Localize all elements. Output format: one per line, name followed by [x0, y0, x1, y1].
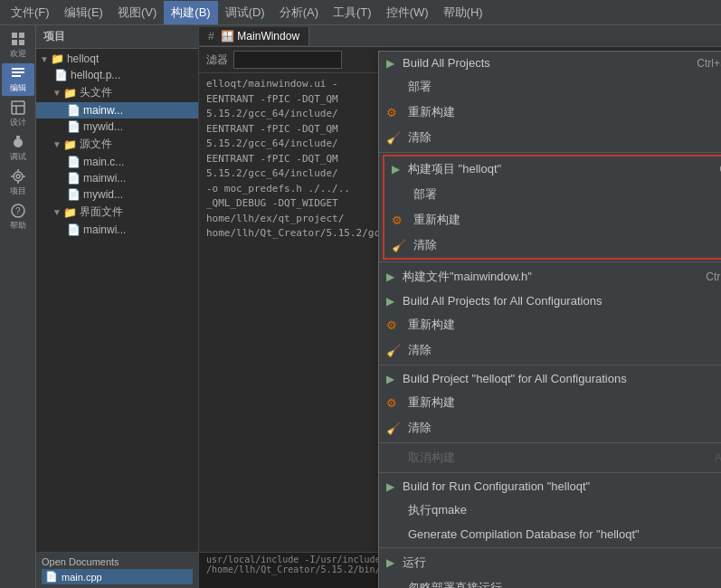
broom-icon: 🧹	[386, 131, 403, 145]
menu-item-deploy2[interactable]: 部署	[384, 182, 721, 207]
menu-item-rebuild2[interactable]: ⚙ 重新构建	[384, 207, 721, 232]
project-panel: 项目 ▼ 📁 helloqt 📄 helloqt.p... ▼ 📁 头文件 📄 …	[36, 25, 199, 588]
icon-sidebar: 欢迎 编辑 设计 调试 项目 ? 帮助	[0, 25, 36, 588]
menu-help[interactable]: 帮助(H)	[436, 1, 490, 24]
menu-item-deploy1[interactable]: 部署	[379, 74, 721, 100]
menu-build[interactable]: 构建(B)	[164, 1, 217, 24]
folder-icon: 📁	[63, 138, 77, 151]
wrench-icon: ⚙	[386, 396, 403, 410]
main-layout: 欢迎 编辑 设计 调试 项目 ? 帮助 项目 ▼ 📁 hel	[0, 25, 721, 588]
broom-icon: 🧹	[386, 422, 403, 435]
arrow-icon: ▼	[40, 54, 49, 64]
project-panel-header: 项目	[36, 25, 198, 49]
project-tree: ▼ 📁 helloqt 📄 helloqt.p... ▼ 📁 头文件 📄 mai…	[36, 49, 198, 552]
menu-item-build-all[interactable]: ▶ Build All Projects Ctrl+Shift+B	[379, 52, 721, 74]
open-documents-label: Open Documents	[42, 556, 193, 567]
file-icon: 📄	[67, 172, 81, 185]
file-icon: 📄	[67, 120, 81, 133]
tree-item-helloqt[interactable]: ▼ 📁 helloqt	[36, 51, 198, 67]
build-icon: ▶	[386, 57, 399, 70]
folder-icon: 📁	[63, 206, 77, 219]
menu-item-rebuild4[interactable]: ⚙ 重新构建	[379, 390, 721, 415]
highlighted-section: ▶ 构建项目 "helloqt" Ctrl+B 部署 ⚙ 重新构建 🧹	[383, 155, 721, 260]
file-icon: 📄	[54, 69, 68, 81]
build-icon: ▶	[386, 295, 399, 308]
menu-item-rebuild1[interactable]: ⚙ 重新构建	[379, 100, 721, 125]
sidebar-item-edit[interactable]: 编辑	[2, 63, 34, 96]
shortcut: Alt+退格	[678, 450, 721, 466]
svg-rect-3	[19, 40, 24, 45]
menu-item-build-project[interactable]: ▶ 构建项目 "helloqt" Ctrl+B	[384, 156, 721, 182]
svg-rect-6	[12, 75, 21, 77]
content-area: # 🪟 MainWindow 滤器 elloqt/mainwindow.ui -…	[199, 25, 721, 588]
file-icon: 📄	[67, 104, 81, 117]
broom-icon: 🧹	[392, 239, 408, 252]
menu-divider	[379, 547, 721, 548]
menu-controls[interactable]: 控件(W)	[379, 1, 436, 24]
sidebar-item-project[interactable]: 项目	[2, 166, 34, 199]
build-icon: ▶	[386, 480, 399, 493]
sidebar-item-welcome[interactable]: 欢迎	[2, 29, 34, 62]
menu-item-run[interactable]: ▶ 运行 Ctrl+R	[379, 550, 721, 575]
sidebar-item-help[interactable]: ? 帮助	[2, 201, 34, 233]
tree-item-sources[interactable]: ▼ 📁 源文件	[36, 135, 198, 154]
sidebar-item-design[interactable]: 设计	[2, 98, 34, 130]
menu-item-clean4[interactable]: 🧹 清除	[379, 415, 721, 441]
tree-item-main-cpp[interactable]: 📄 main.c...	[36, 154, 198, 170]
menu-item-clean2[interactable]: 🧹 清除	[384, 232, 721, 258]
shortcut: Ctrl+Alt+B	[669, 270, 721, 283]
folder-icon: 📁	[51, 52, 64, 65]
svg-point-14	[16, 175, 20, 178]
build-menu: ▶ Build All Projects Ctrl+Shift+B 部署 ⚙ 重…	[378, 51, 721, 588]
tree-item-mainwindow-cpp[interactable]: 📄 mainwi...	[36, 170, 198, 186]
folder-icon: 📁	[63, 87, 77, 100]
broom-icon: 🧹	[386, 344, 403, 357]
shortcut: Ctrl+Shift+B	[660, 57, 721, 70]
menu-item-gen-db[interactable]: Generate Compilation Database for "hello…	[379, 523, 721, 545]
open-doc-main-cpp[interactable]: 📄 main.cpp	[42, 569, 193, 584]
wrench-icon: ⚙	[386, 106, 403, 119]
file-icon: 📄	[67, 223, 81, 236]
menu-divider	[379, 472, 721, 473]
build-icon: ▶	[392, 163, 404, 175]
menu-item-clean1[interactable]: 🧹 清除	[379, 125, 721, 150]
menu-divider	[379, 442, 721, 443]
menu-item-rebuild3[interactable]: ⚙ 重新构建	[379, 312, 721, 337]
menu-item-build-project-configs[interactable]: ▶ Build Project "helloqt" for All Config…	[379, 367, 721, 390]
menu-debug[interactable]: 调试(D)	[218, 1, 272, 24]
wrench-icon: ⚙	[392, 213, 408, 227]
svg-rect-4	[12, 68, 24, 70]
menu-file[interactable]: 文件(F)	[4, 1, 57, 24]
menu-item-run-qmake[interactable]: 执行qmake	[379, 498, 721, 523]
build-icon: ▶	[386, 270, 399, 283]
tree-item-helloqt-pro[interactable]: 📄 helloqt.p...	[36, 67, 198, 83]
sidebar-item-debug[interactable]: 调试	[2, 132, 34, 165]
menu-item-build-run-config[interactable]: ▶ Build for Run Configuration "helloqt"	[379, 475, 721, 498]
svg-point-13	[14, 172, 23, 181]
wrench-icon: ⚙	[386, 318, 403, 332]
tree-item-mainwindow-h[interactable]: 📄 mainw...	[36, 102, 198, 119]
menu-edit[interactable]: 编辑(E)	[57, 1, 110, 24]
menu-item-cancel-build: 取消构建 Alt+退格	[379, 445, 721, 470]
svg-rect-2	[12, 40, 17, 45]
menu-divider	[379, 152, 721, 153]
tree-item-ui-files[interactable]: ▼ 📁 界面文件	[36, 203, 198, 222]
menu-item-clean3[interactable]: 🧹 清除	[379, 337, 721, 363]
file-icon: 📄	[45, 571, 58, 583]
menu-item-build-all-configs[interactable]: ▶ Build All Projects for All Configurati…	[379, 289, 721, 312]
menu-item-skip-deploy[interactable]: 忽略部署直接运行	[379, 575, 721, 588]
svg-text:?: ?	[15, 206, 21, 216]
menu-view[interactable]: 视图(V)	[110, 1, 164, 24]
svg-rect-7	[12, 101, 24, 114]
svg-rect-0	[12, 33, 17, 38]
shortcut: Ctrl+B	[683, 163, 721, 175]
menu-analyze[interactable]: 分析(A)	[272, 1, 326, 24]
menu-divider	[379, 365, 721, 365]
tree-item-mainwindow-ui[interactable]: 📄 mainwi...	[36, 222, 198, 238]
menu-divider	[379, 261, 721, 262]
menu-tools[interactable]: 工具(T)	[326, 1, 379, 24]
tree-item-mywidget-h[interactable]: 📄 mywid...	[36, 119, 198, 135]
menu-item-build-file[interactable]: ▶ 构建文件"mainwindow.h" Ctrl+Alt+B	[379, 264, 721, 289]
tree-item-headers[interactable]: ▼ 📁 头文件	[36, 83, 198, 102]
tree-item-mywidget-cpp[interactable]: 📄 mywid...	[36, 186, 198, 203]
